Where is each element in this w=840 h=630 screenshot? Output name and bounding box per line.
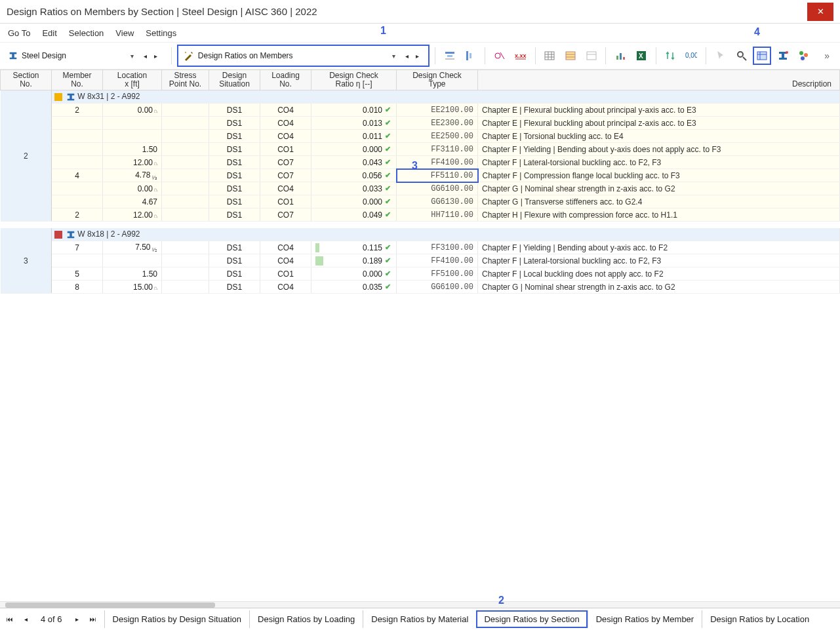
loading-cell[interactable]: CO4 <box>260 254 311 267</box>
table-row[interactable]: 212.00⏢DS1CO70.049✔HH7110.00Chapter H | … <box>1 208 840 222</box>
ratio-cell[interactable]: 0.189✔ <box>311 254 397 267</box>
member-cell[interactable] <box>52 143 103 156</box>
loading-cell[interactable]: CO1 <box>260 195 311 208</box>
filter-row-icon[interactable] <box>441 47 459 65</box>
location-cell[interactable]: 12.00⏢ <box>103 156 162 169</box>
loading-cell[interactable]: CO4 <box>260 182 311 195</box>
footer-tab[interactable]: Design Ratios by Material <box>363 610 476 628</box>
stress-cell[interactable] <box>162 267 209 281</box>
type-cell[interactable]: FF5110.00 <box>397 169 478 182</box>
description-cell[interactable]: Chapter F | Local buckling does not appl… <box>478 267 840 281</box>
ratio-cell[interactable]: 0.000✔ <box>311 143 397 156</box>
table-row[interactable]: 12.00⏢DS1CO70.043✔FF4100.00Chapter F | L… <box>1 156 840 169</box>
type-cell[interactable]: EE2100.00 <box>397 104 478 117</box>
situation-cell[interactable]: DS1 <box>209 130 260 143</box>
stress-cell[interactable] <box>162 195 209 208</box>
table-clear-icon[interactable] <box>582 47 601 65</box>
col-member[interactable]: MemberNo. <box>52 70 103 90</box>
ratio-cell[interactable]: 0.013✔ <box>311 117 397 130</box>
loading-cell[interactable]: CO4 <box>260 281 311 294</box>
situation-cell[interactable]: DS1 <box>209 254 260 267</box>
stress-cell[interactable] <box>162 130 209 143</box>
location-cell[interactable] <box>103 254 162 267</box>
loading-cell[interactable]: CO4 <box>260 104 311 117</box>
loading-cell[interactable]: CO1 <box>260 143 311 156</box>
filter-col-icon[interactable] <box>462 47 480 65</box>
ratio-cell[interactable]: 0.035✔ <box>311 281 397 294</box>
exceeded-icon[interactable]: x.xx <box>511 47 530 65</box>
description-cell[interactable]: Chapter F | Lateral-torsional buckling a… <box>478 254 840 267</box>
description-cell[interactable]: Chapter G | Nominal shear strength in z-… <box>478 182 840 195</box>
footer-tab[interactable]: Design Ratios by Loading <box>249 610 363 628</box>
combo-next[interactable]: ▸ <box>151 48 161 64</box>
member-cell[interactable]: 7 <box>52 241 103 254</box>
situation-cell[interactable]: DS1 <box>209 208 260 222</box>
chart-icon[interactable] <box>611 47 630 65</box>
situation-cell[interactable]: DS1 <box>209 267 260 281</box>
table-row[interactable]: 815.00⏢DS1CO40.035✔GG6100.00Chapter G | … <box>1 281 840 294</box>
situation-cell[interactable]: DS1 <box>209 169 260 182</box>
menu-edit[interactable]: Edit <box>42 28 56 38</box>
loading-cell[interactable]: CO7 <box>260 169 311 182</box>
loading-cell[interactable]: CO7 <box>260 156 311 169</box>
pager-prev[interactable]: ◂ <box>20 614 31 625</box>
col-location[interactable]: Locationx [ft] <box>103 70 162 90</box>
section-no-cell[interactable]: 3 <box>1 228 52 294</box>
h-scrollbar[interactable] <box>0 601 840 608</box>
situation-cell[interactable]: DS1 <box>209 117 260 130</box>
stress-cell[interactable] <box>162 156 209 169</box>
member-cell[interactable] <box>52 254 103 267</box>
member-cell[interactable] <box>52 130 103 143</box>
loading-cell[interactable]: CO4 <box>260 117 311 130</box>
type-cell[interactable]: GG6130.00 <box>397 195 478 208</box>
table-row[interactable]: 77.50¹⁄₂DS1CO40.115✔FF3100.00Chapter F |… <box>1 241 840 254</box>
table-row[interactable]: 4.67DS1CO10.000✔GG6130.00Chapter G | Tra… <box>1 195 840 208</box>
location-cell[interactable]: 7.50¹⁄₂ <box>103 241 162 254</box>
ratio-cell[interactable]: 0.000✔ <box>311 267 397 281</box>
ratio-cell[interactable]: 0.115✔ <box>311 241 397 254</box>
legend-icon[interactable] <box>795 47 813 65</box>
combo-result-type[interactable]: Design Ratios on Members ▾ ◂ ▸ <box>177 45 430 67</box>
type-cell[interactable]: GG6100.00 <box>397 281 478 294</box>
section-group-header[interactable]: 2 W 8x31 | 2 - A992 <box>1 90 840 104</box>
location-cell[interactable]: 4.67 <box>103 195 162 208</box>
excel-icon[interactable]: X <box>632 47 650 65</box>
type-cell[interactable]: EE2300.00 <box>397 117 478 130</box>
col-loading[interactable]: LoadingNo. <box>260 70 311 90</box>
ratio-cell[interactable]: 0.000✔ <box>311 195 397 208</box>
member-icon[interactable] <box>774 47 792 65</box>
combo2-prev[interactable]: ◂ <box>402 48 412 64</box>
table-row[interactable]: 1.50DS1CO10.000✔FF3110.00Chapter F | Yie… <box>1 143 840 156</box>
footer-tab[interactable]: Design Ratios by Section <box>476 610 587 628</box>
description-cell[interactable]: Chapter E | Flexural buckling about prin… <box>478 104 840 117</box>
situation-cell[interactable]: DS1 <box>209 182 260 195</box>
member-cell[interactable]: 5 <box>52 267 103 281</box>
section-group-header[interactable]: 3 W 8x18 | 2 - A992 <box>1 228 840 241</box>
type-cell[interactable]: FF5100.00 <box>397 267 478 281</box>
situation-cell[interactable]: DS1 <box>209 156 260 169</box>
footer-tab[interactable]: Design Ratios by Location <box>702 610 817 628</box>
location-cell[interactable]: 15.00⏢ <box>103 281 162 294</box>
situation-cell[interactable]: DS1 <box>209 241 260 254</box>
col-desc[interactable]: Description <box>478 70 840 90</box>
location-cell[interactable] <box>103 117 162 130</box>
menu-goto[interactable]: Go To <box>8 28 30 38</box>
col-type[interactable]: Design CheckType <box>397 70 478 90</box>
table-row[interactable]: 51.50DS1CO10.000✔FF5100.00Chapter F | Lo… <box>1 267 840 281</box>
loading-cell[interactable]: CO4 <box>260 241 311 254</box>
ratio-cell[interactable]: 0.010✔ <box>311 104 397 117</box>
description-cell[interactable]: Chapter G | Transverse stiffeners acc. t… <box>478 195 840 208</box>
table-color-icon[interactable] <box>561 47 580 65</box>
type-cell[interactable]: GG6100.00 <box>397 182 478 195</box>
combo-module[interactable]: Steel Design ▾ ◂ ▸ <box>4 46 166 66</box>
pointer-icon[interactable] <box>711 47 730 65</box>
type-cell[interactable]: EE2500.00 <box>397 130 478 143</box>
menu-view[interactable]: View <box>115 28 134 38</box>
location-cell[interactable]: 1.50 <box>103 143 162 156</box>
table-row[interactable]: 20.00⏢DS1CO40.010✔EE2100.00Chapter E | F… <box>1 104 840 117</box>
combo2-next[interactable]: ▸ <box>412 48 423 64</box>
footer-tab[interactable]: Design Ratios by Design Situation <box>104 610 250 628</box>
col-ratio[interactable]: Design CheckRatio η [--] <box>311 70 397 90</box>
situation-cell[interactable]: DS1 <box>209 104 260 117</box>
description-cell[interactable]: Chapter F | Yielding | Bending about y-a… <box>478 143 840 156</box>
